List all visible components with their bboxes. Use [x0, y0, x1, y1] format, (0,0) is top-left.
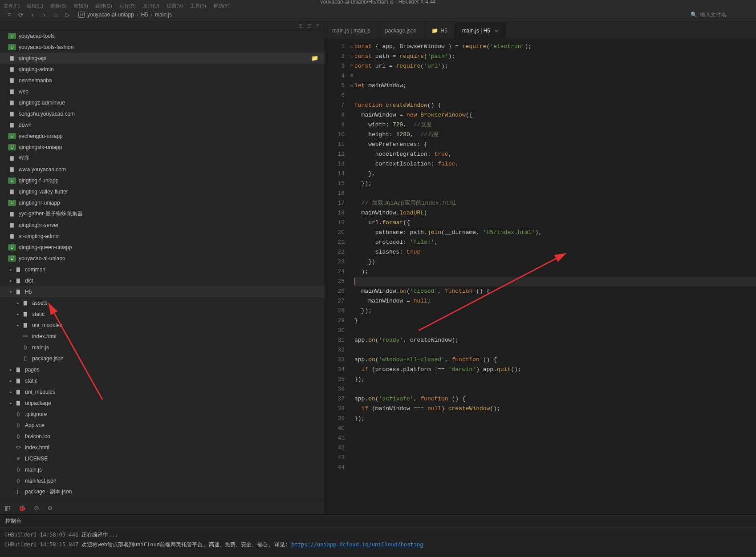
expand-arrow-icon[interactable]: ▸ [10, 367, 14, 372]
sidebar-bottom-icon[interactable]: ⊘ [34, 505, 39, 512]
tree-item[interactable]: ≡LICENSE [0, 453, 325, 464]
code-line[interactable]: // 加载UniApp应用的index.html [354, 198, 756, 208]
tree-item[interactable]: ▇down [0, 119, 325, 130]
sidebar-bottom-icon[interactable]: ◧ [4, 505, 10, 512]
tree-toolbar-icon[interactable]: ⊞ [298, 23, 303, 29]
expand-arrow-icon[interactable]: ▸ [10, 379, 14, 383]
code-line[interactable]: ); [354, 267, 756, 277]
editor-tab[interactable]: 📁H5 [424, 23, 455, 39]
code-line[interactable]: nodeIntegration: true, [354, 149, 756, 159]
toolbar-icon[interactable]: ≡ [4, 11, 15, 18]
code-line[interactable]: webPreferences: { [354, 140, 756, 149]
tree-item[interactable]: []package.json [0, 353, 325, 364]
code-line[interactable]: contextIsolation: false, [354, 159, 756, 169]
code-line[interactable]: const url = require('url'); [354, 61, 756, 71]
tree-item[interactable]: Uqingting-queen-uniapp [0, 242, 325, 253]
tree-item[interactable]: Uqingtingstk-uniapp [0, 141, 325, 153]
fold-marker-icon[interactable]: ⊟ [349, 81, 354, 91]
console-tab-label[interactable]: 控制台 [5, 517, 21, 525]
menu-item[interactable]: 帮助(Y) [213, 3, 230, 9]
menu-item[interactable]: 选择(S) [50, 3, 67, 9]
code-line[interactable] [354, 326, 756, 335]
tree-item[interactable]: ▸▇uni_modules [0, 319, 325, 331]
editor-tab[interactable]: package.json [378, 23, 424, 39]
menu-item[interactable]: 文件(F) [4, 3, 20, 9]
tree-item[interactable]: Uyouyacao-tools [0, 30, 325, 41]
code-line[interactable]: }, [354, 169, 756, 179]
fold-marker-icon[interactable]: ⊟ [349, 71, 354, 81]
tree-item[interactable]: []package - 副本.json [0, 486, 325, 497]
expand-arrow-icon[interactable]: ▾ [10, 290, 14, 294]
menu-item[interactable]: 运行(R) [119, 3, 136, 9]
tree-item[interactable]: ()manifest.json [0, 475, 325, 486]
code-line[interactable]: app.on('window-all-closed', function () … [354, 355, 756, 365]
menu-item[interactable]: 工具(T) [190, 3, 206, 9]
expand-arrow-icon[interactable]: ▸ [10, 267, 14, 272]
console-output[interactable]: [HBuilder] 14:58:09.441 正在编译中...[HBuilde… [0, 528, 756, 551]
tree-item[interactable]: ▇yyc-gather-量子蜘蛛采集器 [0, 208, 325, 219]
code-line[interactable]: app.on('ready', createWindow); [354, 335, 756, 345]
editor-tab[interactable]: main.js | H5× [455, 23, 506, 39]
code-line[interactable]: function createWindow() { [354, 101, 756, 110]
code-editor[interactable]: 1234567891011121314151617181920212223242… [325, 39, 756, 514]
tree-item[interactable]: ().gitignore [0, 408, 325, 420]
code-line[interactable] [354, 384, 756, 394]
menu-item[interactable]: 编辑(E) [27, 3, 43, 9]
close-icon[interactable]: × [495, 28, 498, 34]
sidebar-bottom-icon[interactable]: ⚙ [47, 505, 53, 512]
toolbar-icon[interactable]: ⟳ [15, 11, 27, 18]
expand-arrow-icon[interactable]: ▸ [10, 278, 14, 283]
tree-item[interactable]: ▸▇static [0, 375, 325, 386]
code-line[interactable]: const { app, BrowserWindow } = require('… [354, 42, 756, 52]
code-line[interactable]: mainWindow = new BrowserWindow({ [354, 110, 756, 120]
tree-item[interactable]: ()App.vue [0, 420, 325, 431]
fold-marker-icon[interactable]: ⊟ [349, 42, 354, 52]
code-line[interactable]: }) [354, 257, 756, 267]
menu-item[interactable]: 查找(I) [73, 3, 88, 9]
menu-item[interactable]: 视图(V) [167, 3, 183, 9]
code-line[interactable] [354, 91, 756, 101]
tree-item[interactable]: ▇songshu.youyacao.com [0, 108, 325, 119]
code-line[interactable] [354, 189, 756, 198]
code-line[interactable]: width: 720, //宽度 [354, 120, 756, 130]
tree-item[interactable]: ▇qingtinghr-server [0, 219, 325, 230]
fold-marker-icon[interactable]: ⊟ [349, 52, 354, 61]
expand-arrow-icon[interactable]: ▸ [17, 312, 21, 316]
tree-item[interactable]: ▇qingting-admin [0, 64, 325, 75]
code-line[interactable]: app.on('activate', function () { [354, 394, 756, 404]
tree-item[interactable]: Uqingting-f-uniapp [0, 175, 325, 186]
breadcrumb-seg-1[interactable]: H5 [141, 12, 148, 18]
toolbar-icon[interactable]: ☆ [50, 11, 61, 18]
tree-item[interactable]: Uqingtinghr-uniapp [0, 197, 325, 208]
tree-item[interactable]: ▇www.youyacao.com [0, 164, 325, 175]
code-line[interactable]: protocol: 'file:', [354, 238, 756, 247]
tree-item[interactable]: ▸▇uni_modules [0, 386, 325, 397]
code-line[interactable] [354, 433, 756, 443]
toolbar-icon[interactable]: › [38, 11, 50, 18]
search-icon[interactable]: 🔍 [691, 12, 697, 18]
code-content[interactable]: const { app, BrowserWindow } = require('… [354, 39, 756, 514]
code-line[interactable] [354, 345, 756, 355]
tree-item[interactable]: ▸▇assets [0, 297, 325, 308]
tree-item[interactable]: ▇qingtingz-adminvue [0, 97, 325, 108]
tree-item[interactable]: ▇程序 [0, 153, 325, 164]
menu-item[interactable]: 发行(U) [143, 3, 159, 9]
code-line[interactable] [354, 71, 756, 81]
code-line[interactable] [354, 424, 756, 433]
tree-item[interactable]: ()main.js [0, 342, 325, 353]
fold-gutter[interactable]: ⊟⊟⊟⊟⊟ [349, 39, 354, 514]
code-line[interactable]: }); [354, 414, 756, 424]
expand-arrow-icon[interactable]: ▸ [10, 401, 14, 405]
expand-arrow-icon[interactable]: ▸ [17, 301, 21, 305]
tree-toolbar-icon[interactable]: ⊟ [307, 23, 312, 29]
code-line[interactable] [354, 463, 756, 472]
tree-item[interactable]: Uyouyacao-tools-fashion [0, 41, 325, 52]
code-line[interactable]: mainWindow.on('closed', function () { [354, 287, 756, 296]
tree-item[interactable]: ▸▇common [0, 264, 325, 275]
code-line[interactable]: }); [354, 375, 756, 384]
code-line[interactable]: }); [354, 179, 756, 189]
console-link[interactable]: https://uniapp.dcloud.io/uniCloud/hostin… [291, 541, 423, 548]
tree-item[interactable]: Uyechengdu-uniapp [0, 130, 325, 141]
expand-arrow-icon[interactable]: ▸ [10, 390, 14, 394]
code-line[interactable]: let mainWindow; [354, 81, 756, 91]
